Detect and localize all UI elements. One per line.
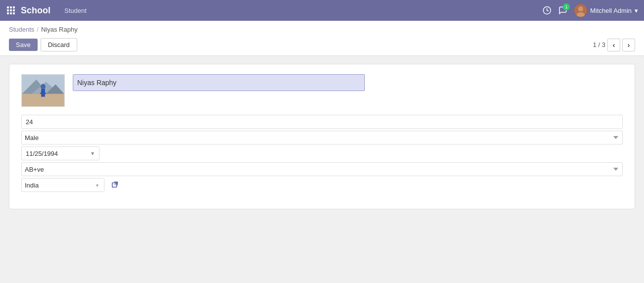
breadcrumb: Students / Niyas Raphy: [9, 26, 635, 33]
save-button[interactable]: Save: [9, 39, 38, 51]
dob-calendar-btn[interactable]: ▾: [86, 146, 99, 160]
clock-icon[interactable]: [543, 6, 551, 15]
user-chevron: ▾: [635, 7, 638, 14]
chat-badge: 1: [563, 3, 570, 10]
student-name-input[interactable]: [73, 74, 365, 91]
svg-rect-1: [10, 6, 12, 8]
country-select-arrow: ▾: [91, 178, 104, 192]
toolbar-area: Students / Niyas Raphy Save Discard 1 / …: [0, 21, 644, 56]
blood-group-select[interactable]: A+ve A-ve B+ve B-ve AB+ve AB-ve O+ve O-v…: [21, 162, 623, 176]
pagination-info: 1 / 3: [593, 41, 605, 48]
breadcrumb-parent[interactable]: Students: [9, 26, 34, 33]
breadcrumb-current: Niyas Raphy: [41, 26, 78, 33]
user-name: Mitchell Admin: [590, 7, 632, 14]
profile-header: [21, 74, 623, 107]
record-card: Male Female Other ▾ A+ve A-ve B+ve B-ve …: [9, 64, 635, 209]
prev-button[interactable]: ‹: [607, 39, 620, 51]
age-row: [21, 115, 623, 129]
avatar: [574, 4, 587, 17]
svg-rect-7: [10, 12, 12, 14]
main-content: Male Female Other ▾ A+ve A-ve B+ve B-ve …: [0, 56, 644, 283]
discard-button[interactable]: Discard: [41, 38, 77, 51]
svg-rect-5: [13, 9, 15, 11]
user-menu[interactable]: Mitchell Admin ▾: [574, 4, 638, 17]
gender-row: Male Female Other: [21, 131, 623, 144]
svg-rect-0: [7, 6, 9, 8]
svg-rect-3: [7, 9, 9, 11]
nav-student[interactable]: Student: [60, 7, 91, 14]
toolbar: Save Discard 1 / 3 ‹ ›: [9, 38, 635, 55]
chat-icon[interactable]: 1: [558, 6, 567, 15]
svg-rect-20: [41, 89, 45, 97]
form-fields: Male Female Other ▾ A+ve A-ve B+ve B-ve …: [21, 115, 623, 194]
gender-select[interactable]: Male Female Other: [21, 131, 623, 144]
country-row: India USA UK Australia Canada ▾: [21, 178, 623, 192]
svg-rect-8: [13, 12, 15, 14]
grid-menu-icon[interactable]: [6, 5, 16, 15]
svg-rect-4: [10, 9, 12, 11]
country-select-wrap: India USA UK Australia Canada ▾: [21, 178, 108, 192]
app-title: School: [21, 5, 50, 16]
country-select[interactable]: India USA UK Australia Canada: [21, 178, 91, 192]
svg-point-19: [41, 84, 46, 90]
blood-group-row: A+ve A-ve B+ve B-ve AB+ve AB-ve O+ve O-v…: [21, 162, 623, 176]
svg-point-11: [578, 6, 583, 11]
dob-input[interactable]: [21, 146, 86, 160]
svg-rect-2: [13, 6, 15, 8]
svg-rect-6: [7, 12, 9, 14]
next-button[interactable]: ›: [622, 39, 635, 51]
external-link-icon[interactable]: [111, 181, 118, 189]
topnav: School Student 1 Mitchell Admin: [0, 0, 644, 21]
breadcrumb-sep: /: [37, 26, 39, 33]
student-photo[interactable]: [21, 74, 65, 107]
pagination: 1 / 3 ‹ ›: [593, 39, 635, 51]
dob-row: ▾: [21, 146, 623, 160]
age-input[interactable]: [21, 115, 623, 129]
